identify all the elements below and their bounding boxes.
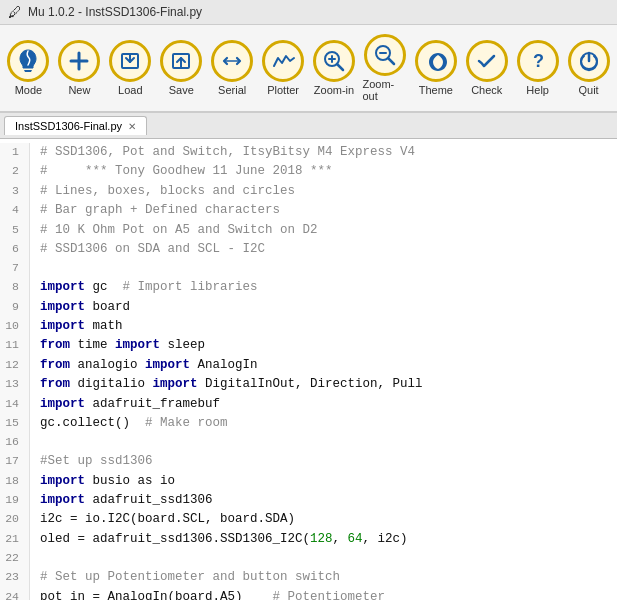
line-number: 4 <box>0 201 30 220</box>
serial-label: Serial <box>218 84 246 96</box>
plotter-icon <box>262 40 304 82</box>
line-code[interactable] <box>30 549 40 568</box>
table-row: 9import board <box>0 298 617 317</box>
line-code[interactable]: # Bar graph + Defined characters <box>30 201 280 220</box>
check-button[interactable]: Check <box>462 37 511 99</box>
zoom-in-button[interactable]: Zoom-in <box>310 37 359 99</box>
help-button[interactable]: ? Help <box>513 37 562 99</box>
svg-line-12 <box>388 58 394 64</box>
line-number: 6 <box>0 240 30 259</box>
table-row: 8import gc # Import libraries <box>0 278 617 297</box>
serial-button[interactable]: Serial <box>208 37 257 99</box>
line-code[interactable]: import busio as io <box>30 472 175 491</box>
table-row: 22 <box>0 549 617 568</box>
line-number: 14 <box>0 395 30 414</box>
table-row: 11from time import sleep <box>0 336 617 355</box>
zoom-in-icon <box>313 40 355 82</box>
line-code[interactable]: oled = adafruit_ssd1306.SSD1306_I2C(128,… <box>30 530 408 549</box>
zoom-in-label: Zoom-in <box>314 84 354 96</box>
table-row: 4# Bar graph + Defined characters <box>0 201 617 220</box>
plotter-button[interactable]: Plotter <box>259 37 308 99</box>
line-code[interactable]: from digitalio import DigitalInOut, Dire… <box>30 375 423 394</box>
line-number: 10 <box>0 317 30 336</box>
new-label: New <box>68 84 90 96</box>
new-icon <box>58 40 100 82</box>
line-number: 19 <box>0 491 30 510</box>
title-bar: 🖊 Mu 1.0.2 - InstSSD1306-Final.py <box>0 0 617 25</box>
line-number: 21 <box>0 530 30 549</box>
line-number: 16 <box>0 433 30 452</box>
table-row: 20i2c = io.I2C(board.SCL, board.SDA) <box>0 510 617 529</box>
new-button[interactable]: New <box>55 37 104 99</box>
help-icon: ? <box>517 40 559 82</box>
mode-label: Mode <box>15 84 43 96</box>
line-code[interactable]: from analogio import AnalogIn <box>30 356 258 375</box>
svg-text:?: ? <box>533 51 544 71</box>
line-number: 23 <box>0 568 30 587</box>
check-icon <box>466 40 508 82</box>
line-code[interactable]: i2c = io.I2C(board.SCL, board.SDA) <box>30 510 295 529</box>
line-code[interactable]: # SSD1306, Pot and Switch, ItsyBitsy M4 … <box>30 143 415 162</box>
line-code[interactable]: from time import sleep <box>30 336 205 355</box>
help-label: Help <box>526 84 549 96</box>
mode-icon <box>7 40 49 82</box>
line-number: 24 <box>0 588 30 601</box>
line-number: 5 <box>0 221 30 240</box>
line-number: 11 <box>0 336 30 355</box>
line-code[interactable]: import math <box>30 317 123 336</box>
line-code[interactable] <box>30 433 40 452</box>
mode-button[interactable]: Mode <box>4 37 53 99</box>
line-code[interactable]: import board <box>30 298 130 317</box>
line-code[interactable]: import adafruit_ssd1306 <box>30 491 213 510</box>
check-label: Check <box>471 84 502 96</box>
save-button[interactable]: Save <box>157 37 206 99</box>
theme-label: Theme <box>419 84 453 96</box>
quit-button[interactable]: Quit <box>564 37 613 99</box>
table-row: 13from digitalio import DigitalInOut, Di… <box>0 375 617 394</box>
line-code[interactable]: import adafruit_framebuf <box>30 395 220 414</box>
table-row: 15gc.collect() # Make room <box>0 414 617 433</box>
tab-bar: InstSSD1306-Final.py ✕ <box>0 113 617 139</box>
table-row: 10import math <box>0 317 617 336</box>
toolbar: Mode New Load Save Serial Plotter Zoom-i… <box>0 25 617 113</box>
zoom-out-button[interactable]: Zoom-out <box>360 31 409 105</box>
table-row: 3# Lines, boxes, blocks and circles <box>0 182 617 201</box>
table-row: 16 <box>0 433 617 452</box>
load-button[interactable]: Load <box>106 37 155 99</box>
zoom-out-icon <box>364 34 406 76</box>
load-label: Load <box>118 84 142 96</box>
table-row: 12from analogio import AnalogIn <box>0 356 617 375</box>
line-number: 20 <box>0 510 30 529</box>
line-code[interactable] <box>30 259 40 278</box>
line-number: 17 <box>0 452 30 471</box>
tab-close-button[interactable]: ✕ <box>128 121 136 132</box>
theme-button[interactable]: Theme <box>411 37 460 99</box>
quit-icon <box>568 40 610 82</box>
load-icon <box>109 40 151 82</box>
line-code[interactable]: pot_in = AnalogIn(board.A5) # Potentiome… <box>30 588 385 601</box>
code-editor[interactable]: 1# SSD1306, Pot and Switch, ItsyBitsy M4… <box>0 139 617 600</box>
table-row: 19import adafruit_ssd1306 <box>0 491 617 510</box>
table-row: 1# SSD1306, Pot and Switch, ItsyBitsy M4… <box>0 143 617 162</box>
line-code[interactable]: # *** Tony Goodhew 11 June 2018 *** <box>30 162 333 181</box>
line-number: 3 <box>0 182 30 201</box>
table-row: 18import busio as io <box>0 472 617 491</box>
table-row: 2# *** Tony Goodhew 11 June 2018 *** <box>0 162 617 181</box>
table-row: 17#Set up ssd1306 <box>0 452 617 471</box>
line-code[interactable]: # SSD1306 on SDA and SCL - I2C <box>30 240 265 259</box>
line-code[interactable]: #Set up ssd1306 <box>30 452 153 471</box>
line-code[interactable]: gc.collect() # Make room <box>30 414 228 433</box>
active-tab[interactable]: InstSSD1306-Final.py ✕ <box>4 116 147 135</box>
line-code[interactable]: # Set up Potentiometer and button switch <box>30 568 340 587</box>
tab-label: InstSSD1306-Final.py <box>15 120 122 132</box>
line-number: 12 <box>0 356 30 375</box>
line-code[interactable]: import gc # Import libraries <box>30 278 258 297</box>
svg-line-8 <box>337 64 343 70</box>
line-number: 13 <box>0 375 30 394</box>
line-code[interactable]: # Lines, boxes, blocks and circles <box>30 182 295 201</box>
table-row: 23# Set up Potentiometer and button swit… <box>0 568 617 587</box>
line-code[interactable]: # 10 K Ohm Pot on A5 and Switch on D2 <box>30 221 318 240</box>
line-number: 9 <box>0 298 30 317</box>
table-row: 24pot_in = AnalogIn(board.A5) # Potentio… <box>0 588 617 601</box>
table-row: 14import adafruit_framebuf <box>0 395 617 414</box>
